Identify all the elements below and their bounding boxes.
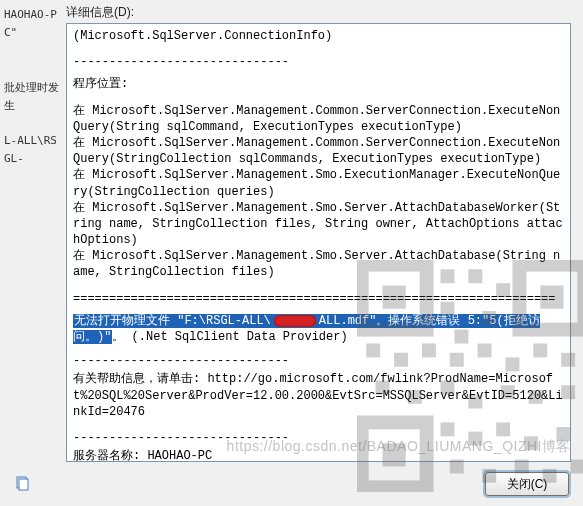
detail-column: 详细信息(D): (Microsoft.SqlServer.Connection… — [62, 0, 583, 462]
stack-line-2: 在 Microsoft.SqlServer.Management.Common.… — [73, 135, 564, 167]
left-text-2: 批处理时发生 — [4, 79, 60, 114]
content-row: HAOHAO-PC" 批处理时发生 L-ALL\RSGL- 详细信息(D): (… — [0, 0, 583, 462]
error-stats: 服务器名称: HAOHAO-PC 错误号: 5120 严重性: 16 状态: 1… — [73, 448, 564, 462]
error-tail: 。 (.Net SqlClient Data Provider) — [112, 330, 347, 344]
left-text-1: HAOHAO-PC" — [4, 6, 60, 41]
separator-dashes: ------------------------------ — [73, 54, 564, 70]
connection-info-line: (Microsoft.SqlServer.ConnectionInfo) — [73, 28, 564, 44]
stat-server: 服务器名称: HAOHAO-PC — [73, 448, 564, 462]
separator-dashes-2: ------------------------------ — [73, 353, 564, 369]
close-button[interactable]: 关闭(C) — [485, 472, 569, 496]
error-line: 无法打开物理文件 "F:\RSGL-ALL\ALL.mdf"。操作系统错误 5:… — [73, 313, 564, 345]
separator-equals: ========================================… — [73, 291, 564, 307]
left-fragment-column: HAOHAO-PC" 批处理时发生 L-ALL\RSGL- — [0, 0, 62, 462]
help-link-text: 有关帮助信息，请单击: http://go.microsoft.com/fwli… — [73, 371, 564, 420]
stack-line-1: 在 Microsoft.SqlServer.Management.Common.… — [73, 103, 564, 135]
red-redaction — [272, 314, 318, 328]
redacted-icon — [274, 315, 316, 327]
left-text-3: L-ALL\RSGL- — [4, 132, 60, 167]
program-location-heading: 程序位置: — [73, 76, 564, 92]
copy-icon[interactable] — [14, 476, 30, 492]
stack-trace: 在 Microsoft.SqlServer.Management.Common.… — [73, 103, 564, 281]
stack-line-4: 在 Microsoft.SqlServer.Management.Smo.Ser… — [73, 200, 564, 249]
dialog-window: HAOHAO-PC" 批处理时发生 L-ALL\RSGL- 详细信息(D): (… — [0, 0, 583, 506]
bottom-bar: 关闭(C) — [0, 462, 583, 506]
stack-line-3: 在 Microsoft.SqlServer.Management.Smo.Exe… — [73, 167, 564, 199]
separator-dashes-3: ------------------------------ — [73, 430, 564, 446]
detail-textarea[interactable]: (Microsoft.SqlServer.ConnectionInfo) ---… — [66, 23, 571, 462]
svg-rect-1 — [19, 479, 28, 490]
stack-line-5: 在 Microsoft.SqlServer.Management.Smo.Ser… — [73, 248, 564, 280]
error-highlight-part1: 无法打开物理文件 "F:\RSGL-ALL\ — [73, 314, 272, 328]
detail-label: 详细信息(D): — [66, 4, 571, 21]
